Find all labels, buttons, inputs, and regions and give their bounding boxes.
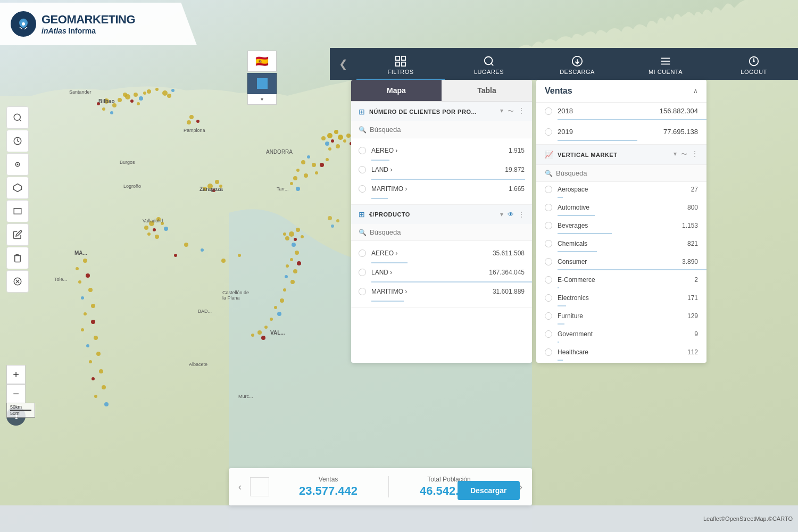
clients-maritimo-radio[interactable] xyxy=(359,185,366,193)
vm-government-radio[interactable] xyxy=(545,330,552,338)
search-tool-button[interactable] xyxy=(6,106,29,129)
product-maritimo-radio[interactable] xyxy=(359,288,366,295)
ventas-2019-item[interactable]: 2019 77.695.138 xyxy=(536,123,706,140)
product-aereo-radio[interactable] xyxy=(359,250,366,257)
svg-point-113 xyxy=(485,56,493,64)
nav-toggle-button[interactable]: ❮ xyxy=(330,48,356,80)
ventas-2018-radio[interactable] xyxy=(545,107,552,115)
vm-wave-icon[interactable]: 〜 xyxy=(681,150,687,159)
vm-aerospace-item[interactable]: Aerospace 27 xyxy=(536,182,706,197)
svg-point-48 xyxy=(296,187,300,191)
vm-ecommerce-item[interactable]: E-Commerce 2 xyxy=(536,272,706,287)
vm-chemicals-radio[interactable] xyxy=(545,240,552,247)
product-maritimo-item[interactable]: MARITIMO › 31.601.889 xyxy=(351,284,532,300)
stats-divider xyxy=(388,476,389,497)
point-tool-button[interactable] xyxy=(6,153,29,176)
square-button[interactable] xyxy=(247,73,277,94)
vm-aerospace-radio[interactable] xyxy=(545,186,552,193)
product-aereo-item[interactable]: AEREO › 35.611.508 xyxy=(351,245,532,261)
svg-marker-123 xyxy=(14,184,22,192)
nav-item-logout[interactable]: LOGOUT xyxy=(710,48,798,80)
clients-land-radio[interactable] xyxy=(359,166,366,173)
vertical-market-header[interactable]: 📈 VERTICAL MARKET ▾ 〜 ⋮ xyxy=(536,144,706,165)
clients-filter-menu[interactable]: ⋮ xyxy=(518,107,525,116)
vm-electronics-radio[interactable] xyxy=(545,294,552,302)
svg-point-23 xyxy=(331,139,334,143)
logo-icon xyxy=(11,11,36,37)
vm-menu-icon[interactable]: ⋮ xyxy=(692,150,698,159)
svg-point-78 xyxy=(201,248,204,252)
zoom-in-button[interactable]: + xyxy=(6,365,26,384)
clients-land-item[interactable]: LAND › 19.872 xyxy=(351,162,532,178)
tab-tabla[interactable]: Tabla xyxy=(442,80,532,101)
clients-search-input[interactable] xyxy=(370,126,525,134)
svg-point-75 xyxy=(251,334,254,337)
nav-item-lugares[interactable]: LUGARES xyxy=(445,48,533,80)
logo-subtitle: inAtlas Informa xyxy=(41,27,135,35)
vm-healthcare-item[interactable]: Healthcare 112 xyxy=(536,345,706,360)
logo-area: GEOMARKETING inAtlas Informa xyxy=(0,3,197,45)
filter-section-clients-header[interactable]: ⊞ NÚMERO DE CLIENTES POR PRO... ▾ 〜 ⋮ xyxy=(351,102,532,121)
right-panel-chevron-icon[interactable]: ∧ xyxy=(693,87,698,95)
edit-tool-button[interactable] xyxy=(6,223,29,246)
vm-electronics-item[interactable]: Electronics 171 xyxy=(536,290,706,305)
nav-item-descarga[interactable]: DESCARGA xyxy=(533,48,621,80)
vm-beverages-item[interactable]: Beverages 1.153 xyxy=(536,218,706,233)
clients-filter-dropdown[interactable]: ▾ xyxy=(500,107,503,116)
map-scale: 50km 50mi xyxy=(6,403,35,418)
flag-controls[interactable]: 🇪🇸 ▾ xyxy=(247,51,277,105)
svg-point-45 xyxy=(326,158,329,161)
clients-aereo-item[interactable]: AEREO › 1.915 xyxy=(351,143,532,159)
product-filter-dropdown[interactable]: ▾ xyxy=(500,211,503,218)
vm-consumer-item[interactable]: Consumer 3.890 xyxy=(536,254,706,269)
svg-point-55 xyxy=(283,232,286,236)
vm-chemicals-item[interactable]: Chemicals 821 xyxy=(536,236,706,251)
polygon-tool-button[interactable] xyxy=(6,177,29,199)
product-land-radio[interactable] xyxy=(359,269,366,276)
vm-consumer-radio[interactable] xyxy=(545,258,552,265)
product-land-item[interactable]: LAND › 167.364.045 xyxy=(351,264,532,280)
rectangle-tool-button[interactable] xyxy=(6,200,29,222)
tab-mapa[interactable]: Mapa xyxy=(351,80,442,101)
clients-filter-wave[interactable]: 〜 xyxy=(508,107,514,116)
vm-dropdown-icon[interactable]: ▾ xyxy=(674,150,677,159)
chevron-down-icon[interactable]: ▾ xyxy=(247,94,277,105)
history-tool-button[interactable] xyxy=(6,130,29,152)
vm-government-item[interactable]: Government 9 xyxy=(536,327,706,342)
vm-healthcare-radio[interactable] xyxy=(545,348,552,356)
svg-point-16 xyxy=(171,89,174,92)
clients-maritimo-item[interactable]: MARITIMO › 1.665 xyxy=(351,181,532,197)
vm-ecommerce-radio[interactable] xyxy=(545,276,552,284)
svg-point-11 xyxy=(123,93,127,97)
svg-point-52 xyxy=(285,236,289,240)
product-search-input[interactable] xyxy=(370,228,525,236)
svg-point-86 xyxy=(336,219,339,222)
vm-automotive-item[interactable]: Automotive 800 xyxy=(536,200,706,215)
flag-button[interactable]: 🇪🇸 xyxy=(247,51,277,72)
product-filter-menu[interactable]: ⋮ xyxy=(518,211,525,218)
svg-point-35 xyxy=(212,189,215,192)
vm-furniture-item[interactable]: Furniture 129 xyxy=(536,309,706,323)
nav-item-filtros[interactable]: FILTROS xyxy=(356,48,445,80)
close-tool-button[interactable] xyxy=(6,270,29,293)
vm-furniture-radio[interactable] xyxy=(545,312,552,320)
product-filter-eye[interactable]: 👁 xyxy=(508,211,514,218)
ventas-2018-item[interactable]: 2018 156.882.304 xyxy=(536,103,706,119)
stats-prev-button[interactable]: ‹ xyxy=(234,481,246,493)
delete-tool-button[interactable] xyxy=(6,247,29,269)
filter-section-product-header[interactable]: ⊞ €/PRODUCTO ▾ 👁 ⋮ xyxy=(351,205,532,224)
svg-point-63 xyxy=(283,288,286,292)
svg-point-18 xyxy=(189,115,194,119)
svg-point-122 xyxy=(17,164,18,165)
svg-point-100 xyxy=(96,352,101,356)
vm-search-input[interactable] xyxy=(556,169,698,177)
nav-label-logout: LOGOUT xyxy=(741,69,767,75)
download-button[interactable]: Descargar xyxy=(458,481,520,500)
vm-automotive-radio[interactable] xyxy=(545,204,552,211)
vm-beverages-radio[interactable] xyxy=(545,222,552,229)
zoom-out-button[interactable]: − xyxy=(6,384,26,403)
ventas-2019-radio[interactable] xyxy=(545,128,552,136)
clients-aereo-radio[interactable] xyxy=(359,147,366,154)
nav-item-mi-cuenta[interactable]: MI CUENTA xyxy=(621,48,710,80)
vm-aerospace-bar xyxy=(558,197,563,198)
